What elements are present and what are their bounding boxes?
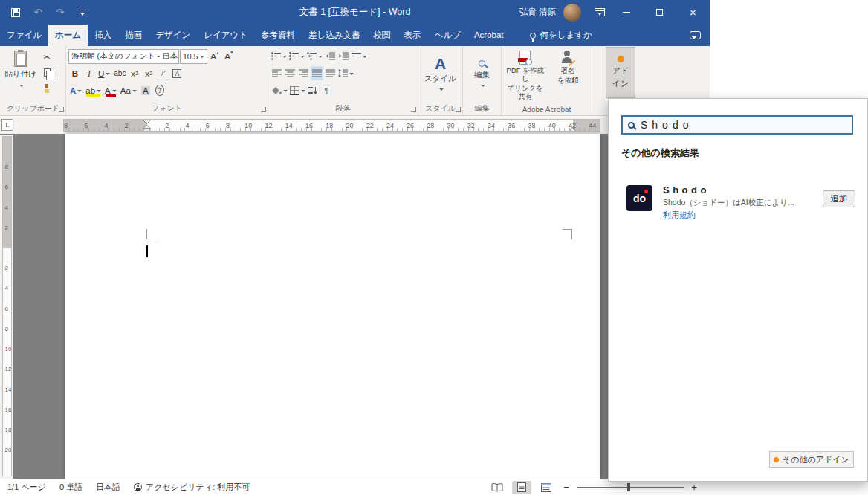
right-indent-marker[interactable]	[569, 127, 577, 132]
web-layout-button[interactable]	[537, 481, 556, 494]
distribute-button[interactable]	[324, 66, 337, 80]
zoom-out-button[interactable]: −	[561, 482, 571, 493]
cut-button[interactable]: ✂	[40, 50, 54, 64]
document-page[interactable]	[65, 134, 600, 479]
read-mode-button[interactable]	[488, 481, 507, 494]
maximize-button[interactable]	[643, 0, 676, 25]
terms-link[interactable]: 利用規約	[663, 210, 696, 221]
page-indicator[interactable]: 1/1 ページ	[7, 482, 46, 493]
show-formatting-marks-button[interactable]: ¶	[320, 83, 333, 97]
bullets-button[interactable]	[271, 49, 288, 63]
tab-draw[interactable]: 描画	[118, 25, 149, 46]
align-left-button[interactable]	[271, 66, 283, 80]
highlight-color-button[interactable]: ab	[84, 83, 103, 97]
redo-button[interactable]: ↷	[51, 3, 70, 22]
ruby-button[interactable]: ア	[156, 66, 169, 80]
tab-view[interactable]: 表示	[398, 25, 428, 46]
ruler-number: 8	[226, 122, 230, 129]
multilevel-list-button[interactable]	[306, 49, 323, 63]
minimize-button[interactable]	[609, 0, 643, 25]
save-button[interactable]	[6, 3, 25, 22]
borders-button[interactable]	[289, 83, 306, 97]
ruler-number: 16	[305, 122, 313, 129]
zoom-slider[interactable]	[577, 487, 684, 488]
accessibility-checker[interactable]: アクセシビリティ: 利用不可	[134, 482, 250, 493]
font-name-combobox[interactable]: 游明朝 (本文のフォント - 日本	[68, 49, 179, 64]
undo-button[interactable]: ↶	[28, 3, 48, 22]
print-layout-button[interactable]	[512, 481, 531, 494]
shading-button[interactable]	[271, 83, 288, 97]
enclose-character-button[interactable]: 字	[153, 83, 166, 97]
document-area[interactable]	[0, 134, 710, 479]
increase-indent-button[interactable]	[337, 49, 350, 63]
addin-search-input[interactable]	[641, 119, 846, 131]
tab-insert[interactable]: 挿入	[88, 25, 118, 46]
italic-button[interactable]: I	[82, 66, 96, 80]
font-color-button[interactable]: A	[103, 83, 118, 97]
tab-help[interactable]: ヘルプ	[428, 25, 467, 46]
styles-dialog-launcher[interactable]	[456, 107, 461, 112]
font-size-combobox[interactable]: 10.5	[180, 49, 207, 64]
language-indicator[interactable]: 日本語	[96, 482, 120, 493]
text-cursor	[146, 245, 148, 257]
close-button[interactable]: ×	[676, 0, 710, 25]
tab-file[interactable]: ファイル	[0, 25, 48, 46]
format-painter-button[interactable]	[40, 81, 54, 95]
customize-qat-button[interactable]	[73, 3, 92, 22]
tab-mailings[interactable]: 差し込み文書	[302, 25, 367, 46]
align-center-button[interactable]	[284, 66, 297, 80]
bold-button[interactable]: B	[68, 66, 82, 80]
word-count[interactable]: 0 単語	[59, 482, 82, 493]
add-addin-button[interactable]: 追加	[823, 190, 855, 207]
account-name[interactable]: 弘貴 清原	[519, 7, 556, 18]
grow-font-button[interactable]: A	[208, 49, 221, 63]
ruler-number: 4	[5, 204, 8, 211]
comments-button[interactable]	[680, 25, 710, 46]
shrink-font-button[interactable]: A	[222, 49, 236, 63]
redo-icon: ↷	[56, 7, 65, 18]
strikethrough-button[interactable]: abc	[112, 66, 127, 80]
decrease-indent-button[interactable]	[324, 49, 337, 63]
zoom-slider-thumb[interactable]	[627, 483, 630, 491]
font-dialog-launcher[interactable]	[261, 107, 266, 112]
editing-button[interactable]: 編集	[465, 48, 499, 101]
underline-label: U	[98, 69, 104, 78]
superscript-button[interactable]: x2	[142, 66, 155, 80]
underline-button[interactable]: U	[97, 66, 111, 80]
styles-button[interactable]: A スタイル	[421, 48, 460, 101]
asian-layout-button[interactable]	[351, 49, 368, 63]
character-shading-button[interactable]: A	[139, 83, 152, 97]
addin-search-box[interactable]	[621, 115, 853, 135]
create-pdf-line1: PDF を作成し	[504, 66, 547, 82]
line-spacing-button[interactable]	[337, 66, 354, 80]
tab-selector[interactable]: L	[1, 119, 13, 131]
numbering-button[interactable]	[288, 49, 305, 63]
paragraph-dialog-launcher[interactable]	[411, 107, 416, 112]
subscript-button[interactable]: x2	[128, 66, 141, 80]
zoom-in-button[interactable]: +	[689, 482, 699, 493]
sort-button[interactable]	[307, 83, 320, 97]
copy-button[interactable]	[40, 65, 54, 80]
addin-result-item[interactable]: do Shodo Shodo（ショドー）はAI校正により... 利用規約 追加	[609, 179, 867, 225]
create-pdf-share-button[interactable]: PDF を作成し てリンクを共有	[504, 48, 547, 103]
enclose-characters-button[interactable]: A	[170, 66, 184, 80]
avatar[interactable]	[563, 4, 581, 22]
clipboard-dialog-launcher[interactable]	[59, 107, 64, 112]
tab-layout[interactable]: レイアウト	[197, 25, 254, 46]
tab-acrobat[interactable]: Acrobat	[467, 25, 511, 46]
tab-references[interactable]: 参考資料	[254, 25, 302, 46]
more-addins-button[interactable]: その他のアドイン	[769, 451, 854, 468]
justify-button[interactable]	[311, 66, 323, 80]
tab-home[interactable]: ホーム	[48, 25, 88, 46]
tell-me[interactable]: 何をしますか	[521, 25, 601, 46]
tab-review[interactable]: 校閲	[367, 25, 398, 46]
request-signatures-button[interactable]: 署名 を依頼	[547, 48, 590, 103]
align-right-button[interactable]	[297, 66, 310, 80]
change-case-button[interactable]: Aa	[119, 83, 138, 97]
ribbon-display-options-button[interactable]	[590, 3, 609, 22]
tab-design[interactable]: デザイン	[149, 25, 197, 46]
text-effects-button[interactable]: A	[68, 83, 83, 97]
indent-markers[interactable]	[143, 120, 151, 132]
paste-button[interactable]: 貼り付け	[3, 48, 38, 103]
addins-button[interactable]: アド イン	[606, 47, 635, 98]
